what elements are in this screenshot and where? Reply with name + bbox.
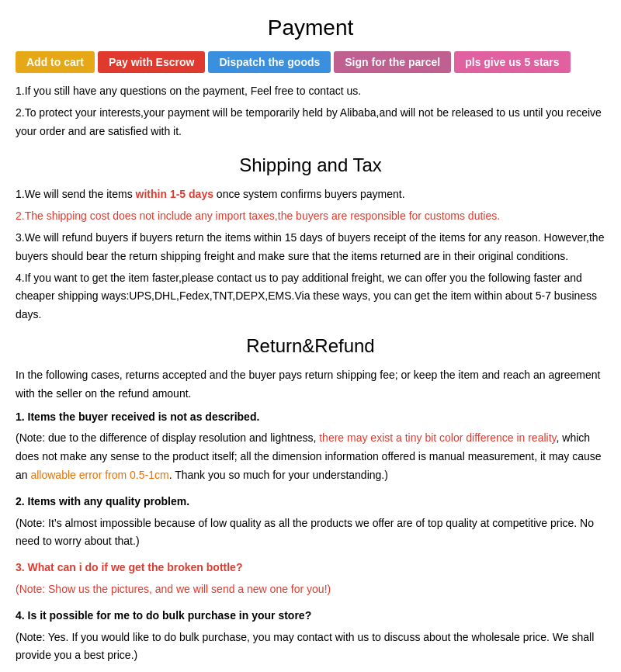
shipping-line1-suffix: once system confirms buyers payment. bbox=[213, 188, 405, 200]
refund-title: Return&Refund bbox=[16, 335, 605, 357]
shipping-line1-highlight: within 1-5 days bbox=[136, 188, 213, 200]
shipping-title: Shipping and Tax bbox=[16, 154, 605, 176]
refund-item1-note: (Note: due to the difference of display … bbox=[16, 429, 605, 484]
item1-note-prefix: (Note: due to the difference of display … bbox=[16, 431, 319, 444]
refund-item4-note: (Note: Yes. If you would like to do bulk… bbox=[16, 629, 605, 666]
shipping-line4: 4.If you want to get the item faster,ple… bbox=[16, 269, 605, 324]
payment-section: Payment Add to cart Pay with Escrow Disp… bbox=[16, 16, 605, 140]
shipping-line1: 1.We will send the items within 1-5 days… bbox=[16, 185, 605, 204]
refund-item3-title: 3. What can i do if we get the broken bo… bbox=[16, 559, 605, 577]
shipping-line1-prefix: 1.We will send the items bbox=[16, 188, 136, 200]
badge-add-to-cart: Add to cart bbox=[16, 51, 95, 73]
refund-item4-title: 4. Is it possible for me to do bulk purc… bbox=[16, 607, 605, 625]
item1-note-suffix: . Thank you so much for your understandi… bbox=[169, 469, 388, 481]
payment-note1: 1.If you still have any questions on the… bbox=[16, 82, 605, 101]
shipping-line3: 3.We will refund buyers if buyers return… bbox=[16, 229, 605, 266]
shipping-section: Shipping and Tax 1.We will send the item… bbox=[16, 154, 605, 324]
badge-five-stars: pls give us 5 stars bbox=[454, 51, 570, 73]
badges-row: Add to cart Pay with Escrow Dispatch the… bbox=[16, 51, 605, 73]
payment-title: Payment bbox=[16, 16, 605, 40]
badge-dispatch-goods: Dispatch the goods bbox=[208, 51, 331, 73]
badge-sign-parcel: Sign for the parcel bbox=[334, 51, 451, 73]
refund-item2-title: 2. Items with any quality problem. bbox=[16, 493, 605, 511]
refund-item1-title: 1. Items the buyer received is not as de… bbox=[16, 408, 605, 427]
refund-section: Return&Refund In the following cases, re… bbox=[16, 335, 605, 672]
item1-note-highlight: there may exist a tiny bit color differe… bbox=[319, 431, 556, 444]
payment-note2: 2.To protect your interests,your payment… bbox=[16, 104, 605, 141]
refund-item3-note: (Note: Show us the pictures, and we will… bbox=[16, 580, 605, 599]
item1-note-highlight2: allowable error from 0.5-1cm bbox=[30, 469, 168, 481]
payment-notes: 1.If you still have any questions on the… bbox=[16, 82, 605, 140]
shipping-line2: 2.The shipping cost does not include any… bbox=[16, 207, 605, 226]
refund-item2-note: (Note: It’s almost impossible because of… bbox=[16, 514, 605, 552]
refund-intro: In the following cases, returns accepted… bbox=[16, 366, 605, 404]
badge-pay-escrow: Pay with Escrow bbox=[98, 51, 205, 73]
